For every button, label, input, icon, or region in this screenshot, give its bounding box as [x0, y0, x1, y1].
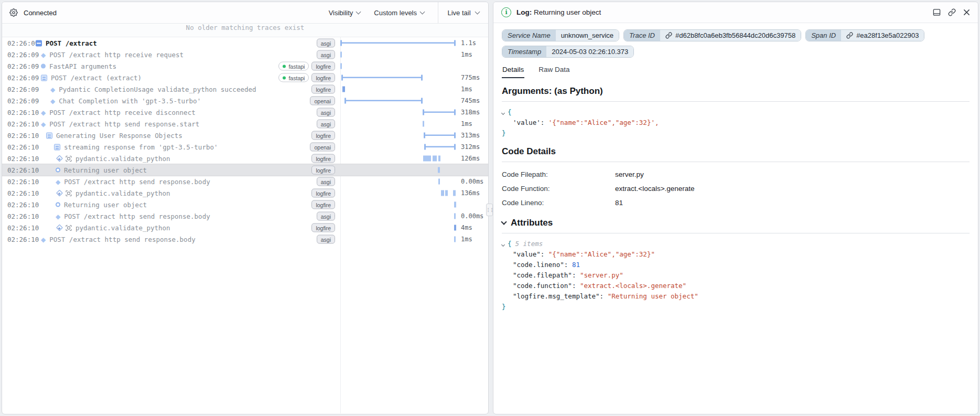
tag-fastapi: fastapi — [278, 62, 309, 71]
trace-row[interactable]: 02:26:10◆POST /extract http send respons… — [2, 233, 488, 245]
event-icon: ◆ — [41, 121, 46, 127]
badge-value[interactable]: #d62b8fc0a6eb3fb56844dc20d6c39758 — [660, 30, 801, 41]
trace-row-main: ◆POST /extract http send response.body — [56, 212, 210, 220]
trace-row[interactable]: 02:26:10◆POST /extract http receive disc… — [2, 106, 488, 118]
trace-timestamp: 02:26:10 — [7, 166, 39, 174]
trace-row[interactable]: 02:26:10+pydantic.validate_pythonlogfire… — [2, 222, 488, 233]
link-icon[interactable] — [846, 32, 853, 39]
attributes-heading: Attributes — [502, 218, 970, 228]
trace-row[interactable]: 02:26:10◆POST /extract http send respons… — [2, 176, 488, 187]
trace-row[interactable]: 02:26:10Generating User Response Objects… — [2, 130, 488, 141]
detail-tabs: DetailsRaw Data — [502, 64, 970, 78]
trace-timeline — [340, 153, 457, 164]
trace-label: POST /extract — [46, 39, 97, 47]
trace-row-main: ◆Pydantic CompletionUsage validate_pytho… — [50, 86, 256, 93]
attribute-value: "extract.<locals>.generate" — [580, 281, 686, 291]
badge-rows: Service Nameunknown_serviceTrace ID#d62b… — [502, 29, 970, 58]
trace-label: POST /extract http send response.start — [49, 120, 199, 128]
trace-duration-tick — [340, 52, 342, 58]
info-icon: i — [501, 7, 511, 17]
trace-timeline — [340, 141, 457, 153]
tag-asgi: asgi — [317, 212, 335, 221]
tab-raw-data[interactable]: Raw Data — [538, 64, 570, 78]
trace-row-main: ◆POST /extract http receive disconnect — [41, 109, 196, 116]
code-details-table: Code Filepath:server.pyCode Function:ext… — [502, 167, 970, 210]
tag-fastapi: fastapi — [278, 73, 309, 82]
frame-icon — [66, 155, 72, 162]
trace-row[interactable]: 02:26:10+pydantic.validate_pythonlogfire… — [2, 153, 488, 164]
code-detail-row: Code Lineno:81 — [502, 196, 970, 210]
trace-tags: asgi — [317, 50, 335, 59]
trace-row[interactable]: 02:26:10Returning user objectlogfire — [2, 164, 488, 176]
collapse-chevron-icon[interactable] — [501, 219, 507, 225]
trace-timeline — [340, 130, 457, 141]
trace-timeline — [340, 37, 457, 49]
trace-tags: asgi — [317, 39, 335, 48]
connection-status: Connected — [9, 8, 57, 17]
panel-resize-handle[interactable]: ⋮⋮ — [486, 204, 493, 216]
attribute-value: "{"name":"Alice","age":32}" — [548, 249, 655, 260]
trace-timestamp: 02:26:10 — [7, 224, 39, 232]
badge-label: Span ID — [806, 30, 841, 41]
badge-label: Timestamp — [502, 46, 546, 57]
trace-label: Pydantic CompletionUsage validate_python… — [59, 86, 256, 93]
trace-row[interactable]: 02:26:10◆POST /extract http send respons… — [2, 210, 488, 222]
tag-logfire: logfire — [311, 189, 335, 198]
visibility-dropdown-label: Visibility — [329, 9, 353, 17]
panel-layout-icon[interactable] — [933, 8, 941, 16]
attribute-value: "server.py" — [580, 270, 623, 281]
detail-panel-header: i Log: Returning user object — [493, 2, 978, 23]
tab-details[interactable]: Details — [502, 64, 524, 78]
validate-python-icon: + — [56, 189, 72, 197]
trace-timestamp: 02:26:10 — [7, 143, 39, 151]
tag-openai: openai — [310, 97, 335, 105]
code-detail-label: Code Filepath: — [502, 167, 615, 182]
trace-row[interactable]: 02:26:09◆Chat Completion with 'gpt-3.5-t… — [2, 95, 488, 106]
collapse-chevron-icon[interactable] — [501, 111, 505, 115]
trace-row-main: FastAPI arguments — [41, 62, 116, 70]
trace-row[interactable]: 02:26:09POST /extract (extract)fastapilo… — [2, 72, 488, 83]
trace-duration-tick — [454, 214, 456, 219]
trace-duration-label: 1ms — [461, 120, 472, 127]
trace-duration-tick — [438, 167, 440, 173]
badge-row: Timestamp2024-05-03 02:26:10.373 — [502, 46, 970, 58]
log-icon — [41, 64, 46, 69]
event-icon: ◆ — [41, 51, 46, 58]
attribute-key: "code.function": — [513, 281, 580, 291]
link-icon[interactable] — [948, 8, 956, 16]
tag-asgi: asgi — [317, 108, 335, 117]
trace-timestamp: 02:26:10 — [7, 120, 39, 128]
trace-duration-block — [445, 190, 448, 196]
live-tail-dropdown[interactable]: Live tail — [438, 2, 488, 23]
trace-row[interactable]: 02:26:10streaming response from 'gpt-3.5… — [2, 141, 488, 153]
trace-tags: asgi — [317, 212, 335, 221]
trace-row-main: +pydantic.validate_python — [56, 155, 170, 163]
trace-row[interactable]: 02:26:09◆POST /extract http receive requ… — [2, 49, 488, 60]
trace-row-main: ◆POST /extract http send response.body — [56, 178, 210, 186]
visibility-dropdown[interactable]: Visibility — [329, 2, 361, 23]
link-icon[interactable] — [665, 32, 672, 39]
trace-row[interactable]: 02:26:09POST /extractasgi1.1s — [2, 37, 488, 49]
trace-row[interactable]: 02:26:10+pydantic.validate_pythonlogfire… — [2, 187, 488, 199]
trace-row-main: Generating User Response Objects — [46, 132, 182, 140]
tag-logfire: logfire — [311, 200, 335, 209]
trace-timeline — [340, 176, 457, 187]
timestamp-badge: Timestamp2024-05-03 02:26:10.373 — [502, 46, 634, 58]
badge-value[interactable]: #ea28f13e5a022903 — [841, 30, 924, 41]
trace-row[interactable]: 02:26:10◆POST /extract http send respons… — [2, 118, 488, 130]
trace-tags: openai — [310, 143, 335, 152]
collapse-chevron-icon[interactable] — [501, 243, 505, 247]
trace-duration-label: 313ms — [461, 132, 480, 139]
trace-timeline — [340, 118, 457, 130]
trace-row[interactable]: 02:26:10Returning user objectlogfire — [2, 199, 488, 210]
close-icon[interactable] — [963, 9, 970, 16]
trace-tags: asgi — [317, 235, 335, 244]
trace-row[interactable]: 02:26:09FastAPI argumentsfastapilogfire — [2, 60, 488, 72]
gear-icon[interactable] — [9, 8, 18, 17]
tag-asgi: asgi — [317, 50, 335, 59]
trace-row[interactable]: 02:26:09◆Pydantic CompletionUsage valida… — [2, 83, 488, 95]
badge-value: unknown_service — [556, 30, 619, 41]
trace-timeline — [340, 210, 457, 222]
custom-levels-dropdown[interactable]: Custom levels — [374, 2, 424, 23]
trace-label: POST /extract http receive disconnect — [49, 109, 195, 116]
